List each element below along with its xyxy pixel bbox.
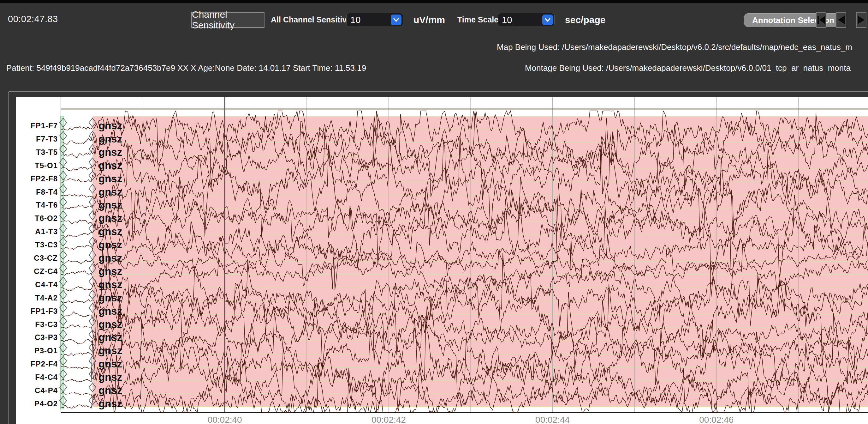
time-axis-labels: 00:02:4000:02:4200:02:4400:02:46 [208,415,734,424]
channel-label-C4-T4: C4-T4 [35,280,58,289]
annotation-label-FP2-F8: gnsz [98,173,122,185]
annotation-label-F4-C4: gnsz [98,371,122,383]
channel-label-F3-C3: F3-C3 [35,320,58,329]
annotation-label-P3-O1: gnsz [98,345,122,357]
channel-label-FP1-F7: FP1-F7 [31,121,58,130]
channel-label-F8-T4: F8-T4 [36,188,58,196]
annotation-label-F3-C3: gnsz [98,318,122,330]
channel-label-T3-C3: T3-C3 [35,241,58,249]
annotation-label-FP2-F4: gnsz [98,358,122,370]
channel-label-P4-O2: P4-O2 [34,399,58,408]
annotation-label-T4-T6: gnsz [98,199,122,211]
channel-label-CZ-C4: CZ-C4 [34,267,58,276]
annotation-label-T3-C3: gnsz [98,239,122,251]
channel-label-F4-C4: F4-C4 [35,373,58,381]
annotation-label-C4-T4: gnsz [98,279,122,290]
channel-label-T3-T5: T3-T5 [36,148,58,157]
channel-label-A1-T3: A1-T3 [35,227,58,236]
channel-label-C4-P4: C4-P4 [35,386,58,395]
annotation-label-A1-T3: gnsz [98,226,122,237]
annotation-label-T4-A2: gnsz [98,292,122,304]
annotation-label-F7-T3: gnsz [98,133,122,145]
annotation-label-T3-T5: gnsz [98,146,122,158]
time-tick-label: 00:02:46 [699,415,734,424]
channel-label-T5-O1: T5-O1 [35,161,58,170]
annotation-label-CZ-C4: gnsz [98,265,122,277]
annotation-label-F8-T4: gnsz [98,186,122,198]
channel-label-FP2-F8: FP2-F8 [31,174,58,183]
time-tick-label: 00:02:40 [208,415,242,424]
eeg-viewer-window: { "header": { "current_time": "00:02:47.… [0,0,868,424]
channel-labels: FP1-F7F7-T3T3-T5T5-O1FP2-F8F8-T4T4-T6T6-… [31,121,58,408]
annotation-label-C3-CZ: gnsz [98,252,122,264]
annotation-label-C4-P4: gnsz [98,385,122,396]
annotation-label-T5-O1: gnsz [98,160,122,171]
eeg-waveform-chart: gnszgnszgnszgnszgnszgnszgnszgnszgnszgnsz… [0,0,868,424]
channel-label-T4-A2: T4-A2 [35,293,58,302]
channel-label-FP2-F4: FP2-F4 [31,360,58,368]
channel-label-T6-O2: T6-O2 [35,214,58,222]
channel-label-C3-P3: C3-P3 [35,333,58,342]
channel-label-P3-O1: P3-O1 [34,346,58,355]
channel-label-T4-T6: T4-T6 [36,201,58,209]
time-tick-label: 00:02:42 [372,415,406,424]
time-tick-label: 00:02:44 [535,415,570,424]
annotation-label-C3-P3: gnsz [98,332,122,343]
eeg-plot-area[interactable]: gnszgnszgnszgnszgnszgnszgnszgnszgnszgnsz… [0,0,868,424]
annotation-label-FP1-F3: gnsz [98,305,122,317]
channel-label-F7-T3: F7-T3 [36,135,58,143]
channel-label-FP1-F3: FP1-F3 [31,307,58,315]
annotation-label-FP1-F7: gnsz [98,120,122,132]
annotation-label-P4-O2: gnsz [98,398,122,409]
channel-label-C3-CZ: C3-CZ [34,254,58,262]
annotation-label-T6-O2: gnsz [98,212,122,224]
